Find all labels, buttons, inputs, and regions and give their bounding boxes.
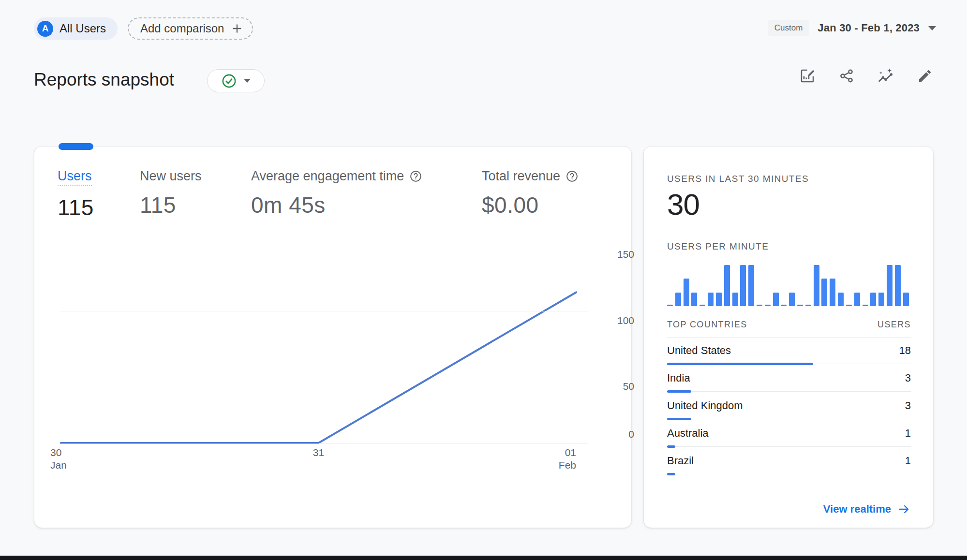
x-axis-tick xyxy=(319,443,319,449)
minute-bar xyxy=(708,293,714,306)
minute-bar xyxy=(814,265,819,306)
metric-tab-new-users[interactable]: New users 115 xyxy=(140,169,202,218)
minute-bar xyxy=(765,305,771,306)
minute-bar xyxy=(846,305,852,306)
country-row: India 3 xyxy=(667,366,911,394)
top-countries-header: TOP COUNTRIES USERS xyxy=(667,320,911,330)
view-realtime-label: View realtime xyxy=(823,503,891,516)
add-comparison-label: Add comparison xyxy=(140,22,224,35)
edit-icon[interactable] xyxy=(917,68,933,84)
minute-bar xyxy=(903,293,909,306)
y-axis-tick-label: 50 xyxy=(591,381,634,392)
help-icon[interactable] xyxy=(409,170,422,183)
users-per-minute-label: USERS PER MINUTE xyxy=(667,241,769,252)
country-users-value: 3 xyxy=(905,372,911,384)
users-over-time-chart: 05010015030Jan3101Feb xyxy=(61,245,576,443)
y-axis-tick-label: 100 xyxy=(591,315,634,326)
add-comparison-button[interactable]: Add comparison xyxy=(128,17,253,40)
row-divider xyxy=(667,391,911,392)
date-range-label: Jan 30 - Feb 1, 2023 xyxy=(818,22,920,34)
gridline xyxy=(61,311,588,311)
minute-bar xyxy=(887,265,893,306)
minute-bar xyxy=(805,305,811,306)
countries-column-header: TOP COUNTRIES xyxy=(667,320,747,330)
country-name: United States xyxy=(667,344,731,357)
country-row: United States 18 xyxy=(667,339,911,366)
minute-bar xyxy=(854,293,860,306)
insights-icon[interactable] xyxy=(878,68,894,84)
minute-bar xyxy=(878,293,884,306)
country-users-value: 3 xyxy=(905,399,911,412)
users-last-30min-value: 30 xyxy=(667,187,699,221)
metric-value: 115 xyxy=(58,194,94,221)
view-realtime-link[interactable]: View realtime xyxy=(823,502,911,516)
users-trend-line xyxy=(61,245,576,443)
minute-bar xyxy=(830,279,835,306)
audience-chip-label: All Users xyxy=(60,22,106,35)
header-divider xyxy=(667,338,911,338)
gridline xyxy=(61,245,588,245)
ga4-reports-snapshot-page: A All Users Add comparison Custom Jan 30… xyxy=(0,0,967,560)
minute-bar xyxy=(895,265,901,306)
topbar-divider xyxy=(0,51,946,51)
top-countries-list: United States 18 India 3 United Kingdom … xyxy=(667,339,911,476)
minute-bar xyxy=(789,293,795,306)
overview-card: Users 115 New users 115 Average engageme… xyxy=(34,146,632,528)
minute-bar xyxy=(675,293,681,306)
minute-bar xyxy=(716,293,722,306)
help-icon[interactable] xyxy=(565,170,579,183)
share-icon[interactable] xyxy=(838,68,855,84)
metric-label: Total revenue xyxy=(482,169,560,184)
metric-value: $0.00 xyxy=(482,192,579,218)
country-users-bar xyxy=(667,473,675,475)
chevron-down-icon xyxy=(244,79,251,83)
country-name: United Kingdom xyxy=(667,399,743,412)
x-axis-tick-label: 30Jan xyxy=(50,446,91,472)
users-last-30min-label: USERS IN LAST 30 MINUTES xyxy=(667,174,809,184)
minute-bar xyxy=(870,293,876,306)
page-title: Reports snapshot xyxy=(34,70,174,90)
report-status-dropdown[interactable] xyxy=(207,69,265,92)
check-circle-icon xyxy=(222,74,237,88)
selected-metric-tab-indicator xyxy=(59,143,93,150)
country-users-bar xyxy=(667,390,691,393)
row-divider xyxy=(667,446,911,447)
minute-bar xyxy=(757,305,762,306)
country-row: Australia 1 xyxy=(667,421,911,449)
country-name: Brazil xyxy=(667,455,694,467)
customize-report-icon[interactable] xyxy=(799,68,816,84)
minute-bar xyxy=(748,265,754,306)
metric-value: 0m 45s xyxy=(251,192,422,218)
users-per-minute-chart xyxy=(667,263,909,306)
x-axis-tick-label: 01Feb xyxy=(536,446,576,472)
metric-tab-avg-engagement-time[interactable]: Average engagement time 0m 45s xyxy=(251,169,422,218)
metric-tab-total-revenue[interactable]: Total revenue $0.00 xyxy=(482,169,579,218)
country-users-bar xyxy=(667,445,675,448)
realtime-card: USERS IN LAST 30 MINUTES 30 USERS PER MI… xyxy=(643,146,934,528)
y-axis-tick-label: 0 xyxy=(591,428,634,440)
minute-bar xyxy=(781,305,787,306)
metric-value: 115 xyxy=(140,192,202,218)
country-name: Australia xyxy=(667,427,709,440)
plus-icon xyxy=(231,22,243,35)
minute-bar xyxy=(821,279,827,306)
audience-chip-all-users[interactable]: A All Users xyxy=(34,17,118,40)
metric-label: Users xyxy=(58,169,92,186)
row-divider xyxy=(667,419,911,419)
country-users-bar xyxy=(667,418,691,420)
date-mode-badge: Custom xyxy=(768,20,809,36)
metric-tab-users[interactable]: Users 115 xyxy=(58,169,94,221)
audience-avatar: A xyxy=(37,21,53,37)
country-users-value: 1 xyxy=(905,455,911,467)
minute-bar xyxy=(732,293,738,306)
country-row: United Kingdom 3 xyxy=(667,394,911,421)
date-range-picker[interactable]: Custom Jan 30 - Feb 1, 2023 xyxy=(768,20,936,36)
country-users-value: 18 xyxy=(899,344,911,357)
minute-bar xyxy=(838,293,844,306)
report-actions-toolbar xyxy=(799,68,933,84)
gridline xyxy=(61,377,588,377)
gridline xyxy=(61,443,588,443)
country-name: India xyxy=(667,372,690,384)
chevron-down-icon xyxy=(928,26,936,30)
minute-bar xyxy=(863,305,868,306)
